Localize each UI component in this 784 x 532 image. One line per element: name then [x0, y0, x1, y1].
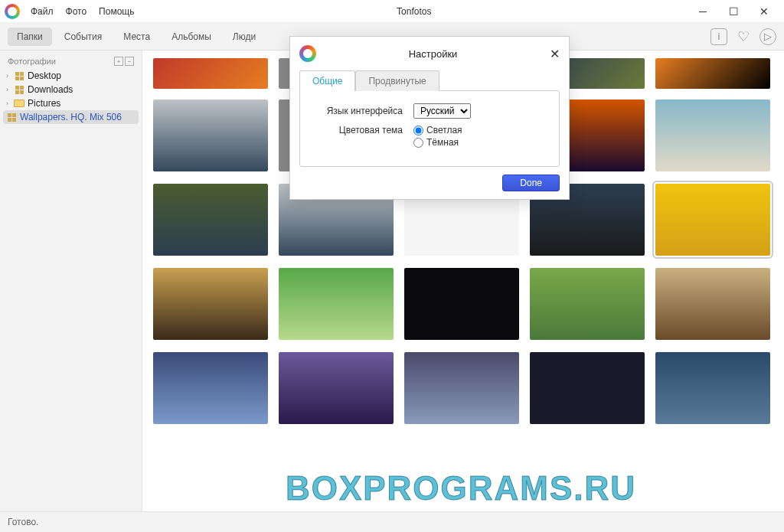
sidebar-header: Фотографии + −: [0, 54, 142, 69]
sidebar-item-pictures[interactable]: › Pictures: [0, 96, 142, 110]
theme-label: Цветовая тема: [314, 125, 413, 135]
thumbnail[interactable]: [153, 352, 268, 424]
favorite-icon[interactable]: ♡: [735, 28, 752, 45]
status-text: Готово.: [8, 517, 38, 527]
app-logo-icon: [299, 45, 316, 62]
grid-icon: [14, 85, 24, 94]
theme-dark-option[interactable]: Тёмная: [413, 137, 513, 148]
thumbnail[interactable]: [279, 268, 394, 340]
tab-folders[interactable]: Папки: [8, 28, 52, 46]
thumbnail[interactable]: [153, 184, 268, 256]
tab-places[interactable]: Места: [114, 28, 159, 46]
app-logo-icon: [5, 4, 20, 19]
thumbnail[interactable]: [153, 100, 268, 171]
slideshow-icon[interactable]: ▷: [760, 28, 776, 45]
language-label: Язык интерфейса: [314, 106, 413, 116]
thumbnail[interactable]: [530, 352, 645, 424]
sidebar: Фотографии + − › Desktop › Downloads › P…: [0, 51, 142, 511]
thumbnail[interactable]: [655, 268, 770, 340]
sidebar-item-label: Downloads: [28, 84, 73, 95]
window-title: Tonfotos: [140, 6, 688, 17]
settings-dialog: Настройки ✕ Общие Продвинутые Язык интер…: [289, 36, 570, 200]
status-bar: Готово.: [0, 511, 784, 532]
thumbnail[interactable]: [279, 352, 394, 424]
sidebar-item-label: Wallpapers. HQ. Mix 506: [20, 112, 122, 122]
thumbnail[interactable]: [655, 352, 770, 424]
minimize-button[interactable]: ─: [688, 5, 718, 18]
dialog-body: Язык интерфейса Русский Цветовая тема Св…: [299, 90, 560, 167]
chevron-right-icon: ›: [6, 86, 14, 93]
thumbnail[interactable]: [153, 58, 268, 89]
thumbnail[interactable]: [404, 268, 519, 340]
dialog-tab-advanced[interactable]: Продвинутые: [355, 70, 439, 91]
tab-people[interactable]: Люди: [224, 28, 265, 46]
dialog-title: Настройки: [316, 48, 550, 60]
thumbnail[interactable]: [655, 184, 770, 256]
theme-light-radio[interactable]: [413, 126, 423, 135]
sidebar-item-desktop[interactable]: › Desktop: [0, 69, 142, 83]
done-button[interactable]: Done: [502, 175, 560, 191]
thumbnail[interactable]: [655, 58, 770, 89]
tab-albums[interactable]: Альбомы: [162, 28, 220, 46]
dialog-footer: Done: [290, 167, 569, 199]
theme-dark-radio[interactable]: [413, 138, 423, 148]
sidebar-item-label: Desktop: [28, 70, 61, 81]
folder-icon: [14, 99, 24, 108]
dialog-tabs: Общие Продвинутые: [290, 70, 569, 91]
add-folder-button[interactable]: +: [114, 57, 123, 66]
grid-icon: [14, 71, 24, 80]
menu-help[interactable]: Помощь: [93, 6, 140, 17]
thumbnail[interactable]: [404, 352, 519, 424]
maximize-button[interactable]: ☐: [718, 5, 749, 18]
thumbnail[interactable]: [530, 268, 645, 340]
sidebar-header-label: Фотографии: [8, 57, 56, 66]
remove-folder-button[interactable]: −: [125, 57, 134, 66]
tab-events[interactable]: События: [55, 28, 112, 46]
dialog-title-bar: Настройки ✕: [290, 37, 569, 70]
chevron-right-icon: ›: [6, 72, 14, 80]
sidebar-item-downloads[interactable]: › Downloads: [0, 83, 142, 96]
menu-file[interactable]: Файл: [24, 6, 60, 17]
chevron-right-icon: ›: [6, 100, 14, 107]
dialog-tab-general[interactable]: Общие: [299, 70, 355, 91]
grid-icon: [6, 113, 17, 122]
title-bar: Файл Фото Помощь Tonfotos ─ ☐ ✕: [0, 0, 784, 23]
close-button[interactable]: ✕: [749, 5, 779, 18]
dialog-close-button[interactable]: ✕: [550, 47, 560, 61]
thumbnail[interactable]: [153, 268, 268, 340]
language-select[interactable]: Русский: [413, 103, 471, 119]
sidebar-item-wallpapers[interactable]: Wallpapers. HQ. Mix 506: [3, 110, 139, 124]
info-icon[interactable]: i: [710, 28, 727, 45]
menu-photo[interactable]: Фото: [60, 6, 93, 17]
thumbnail[interactable]: [655, 100, 770, 171]
theme-light-option[interactable]: Светлая: [413, 125, 513, 135]
sidebar-item-label: Pictures: [28, 98, 60, 109]
